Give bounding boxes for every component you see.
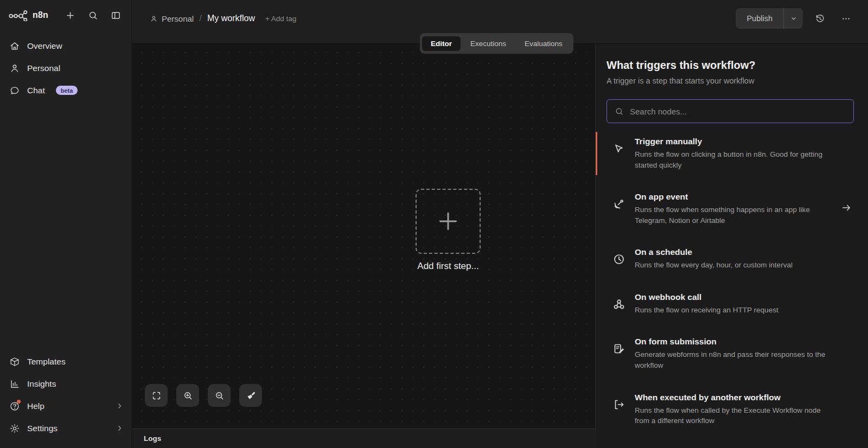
zoom-in-button[interactable] [176, 384, 199, 407]
sidebar-item-label: Insights [27, 379, 56, 389]
chevron-right-icon [116, 402, 124, 410]
breadcrumb: Personal / My workflow + Add tag [150, 13, 296, 24]
sidebar-nav-top: Overview Personal Chat beta [0, 35, 131, 101]
package-icon [9, 356, 20, 367]
user-icon [9, 63, 20, 74]
sidebar-item-label: Settings [27, 424, 58, 433]
sidebar-item-label: Help [27, 401, 44, 411]
publish-dropdown-button[interactable] [783, 8, 803, 29]
sidebar-item-label: Personal [27, 63, 60, 73]
chevron-right-icon [116, 424, 124, 432]
sidebar-item-templates[interactable]: Templates [0, 350, 131, 373]
trigger-title: On app event [635, 192, 854, 202]
fit-view-icon [151, 391, 162, 401]
home-icon [9, 41, 20, 52]
more-ellipsis-icon [841, 14, 851, 24]
trigger-item-subworkflow[interactable]: When executed by another workflow Runs t… [607, 387, 854, 432]
sidebar-item-help[interactable]: Help [0, 395, 131, 417]
publish-split-button: Publish [736, 8, 803, 29]
new-workflow-button[interactable] [62, 7, 78, 23]
trigger-description: Runs the flow on receiving an HTTP reque… [635, 305, 834, 316]
trigger-list: Trigger manually Runs the flow on clicki… [607, 131, 854, 448]
panel-title: What triggers this workflow? [607, 59, 854, 72]
tidy-up-icon [246, 391, 256, 401]
sidebar-item-label: Overview [27, 41, 62, 51]
sidebar: n8n Overview Pers [0, 0, 132, 448]
tab-evaluations[interactable]: Evaluations [516, 36, 571, 51]
chevron-down-icon [790, 15, 797, 22]
arrow-right-icon [841, 202, 852, 213]
sidebar-item-overview[interactable]: Overview [0, 35, 131, 57]
panel-toggle-icon [111, 10, 121, 21]
trigger-item-chat-message[interactable]: On chat message Runs the flow when a use… [607, 442, 854, 448]
workflow-canvas[interactable]: Add first step... Logs [132, 44, 595, 448]
fit-view-button[interactable] [145, 384, 168, 407]
tab-editor[interactable]: Editor [422, 36, 461, 51]
bar-chart-icon [9, 379, 20, 389]
trigger-description: Runs the flow when called by the Execute… [635, 405, 834, 426]
breadcrumb-separator: / [199, 13, 202, 24]
satellite-dish-icon [612, 197, 626, 210]
webhook-icon [612, 298, 626, 311]
n8n-logo[interactable]: n8n [9, 9, 48, 21]
sidebar-header: n8n [0, 0, 131, 30]
search-button[interactable] [85, 7, 101, 23]
sidebar-item-personal[interactable]: Personal [0, 57, 131, 79]
plus-icon [436, 209, 460, 233]
zoom-out-icon [214, 391, 225, 401]
n8n-logo-icon [9, 9, 28, 21]
sidebar-item-insights[interactable]: Insights [0, 373, 131, 395]
subworkflow-icon [612, 398, 626, 411]
triggers-panel: What triggers this workflow? A trigger i… [595, 44, 868, 448]
logs-panel-toggle[interactable]: Logs [132, 428, 595, 448]
trigger-description: Generate webforms in n8n and pass their … [635, 349, 834, 370]
trigger-description: Runs the flow every day, hour, or custom… [635, 260, 834, 271]
search-nodes-input[interactable] [630, 107, 846, 116]
sidebar-item-label: Templates [27, 357, 66, 367]
notification-dot [17, 400, 21, 404]
beta-badge: beta [56, 86, 78, 95]
trigger-title: On a schedule [635, 247, 854, 257]
trigger-item-form[interactable]: On form submission Generate webforms in … [607, 331, 854, 376]
logs-label: Logs [144, 434, 161, 443]
add-tag-button[interactable]: + Add tag [265, 15, 296, 23]
panel-subtitle: A trigger is a step that starts your wor… [607, 76, 854, 85]
search-icon [88, 10, 98, 21]
publish-button[interactable]: Publish [736, 8, 783, 29]
trigger-item-webhook[interactable]: On webhook call Runs the flow on receivi… [607, 286, 854, 322]
plus-icon [65, 10, 75, 21]
gear-icon [9, 423, 20, 434]
sidebar-item-chat[interactable]: Chat beta [0, 79, 131, 101]
trigger-item-manual[interactable]: Trigger manually Runs the flow on clicki… [607, 131, 854, 176]
collapse-sidebar-button[interactable] [107, 7, 124, 23]
sidebar-item-settings[interactable]: Settings [0, 417, 131, 439]
node-search-box [607, 99, 854, 123]
zoom-out-button[interactable] [208, 384, 231, 407]
history-icon [815, 14, 825, 24]
trigger-item-app-event[interactable]: On app event Runs the flow when somethin… [607, 186, 854, 232]
add-first-step-label: Add first step... [383, 261, 513, 272]
breadcrumb-project[interactable]: Personal [150, 14, 194, 23]
more-options-button[interactable] [837, 9, 855, 28]
workflow-history-button[interactable] [810, 9, 829, 28]
brand-name: n8n [33, 10, 48, 20]
canvas-controls [145, 384, 262, 407]
trigger-item-schedule[interactable]: On a schedule Runs the flow every day, h… [607, 241, 854, 277]
tidy-up-button[interactable] [239, 384, 262, 407]
tab-executions[interactable]: Executions [462, 36, 515, 51]
clock-icon [612, 253, 626, 266]
trigger-title: When executed by another workflow [635, 393, 854, 402]
workflow-name[interactable]: My workflow [207, 14, 255, 23]
search-icon [615, 107, 624, 116]
trigger-description: Runs the flow when something happens in … [635, 204, 834, 226]
add-first-step-button[interactable] [416, 189, 481, 254]
accent-indicator [596, 132, 597, 175]
chat-bubble-icon [9, 85, 20, 96]
form-pencil-icon [612, 342, 626, 355]
trigger-title: Trigger manually [635, 137, 854, 146]
sidebar-item-label: Chat [27, 86, 45, 95]
zoom-in-icon [183, 391, 193, 401]
trigger-description: Runs the flow on clicking a button in n8… [635, 149, 834, 170]
trigger-title: On form submission [635, 337, 854, 347]
user-icon [150, 15, 158, 23]
